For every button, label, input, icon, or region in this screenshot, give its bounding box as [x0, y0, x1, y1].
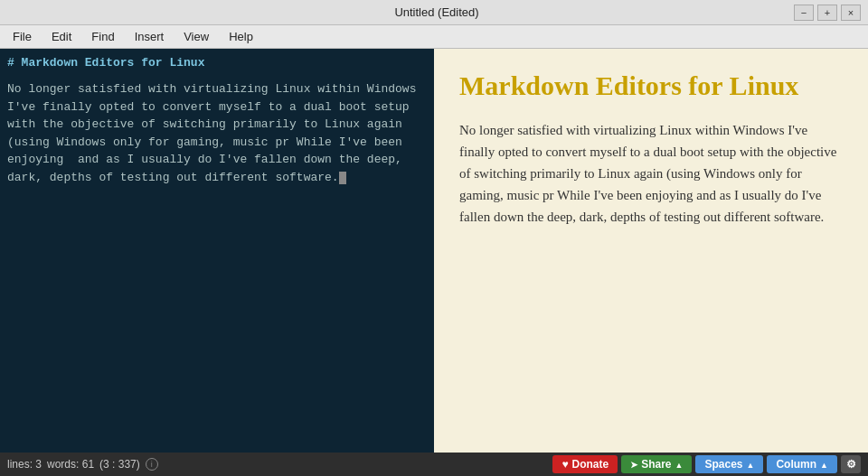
spaces-label: Spaces — [704, 458, 742, 471]
menu-help[interactable]: Help — [220, 28, 262, 45]
share-arrow-icon: ➤ — [630, 460, 637, 470]
window-controls: − + × — [794, 5, 861, 21]
settings-button[interactable]: ⚙ — [841, 455, 861, 473]
preview-heading: Markdown Editors for Linux — [459, 70, 843, 101]
main-content: # Markdown Editors for Linux No longer s… — [0, 49, 868, 453]
share-up-icon — [675, 458, 684, 471]
editor-heading-line: # Markdown Editors for Linux — [7, 56, 427, 70]
menu-insert[interactable]: Insert — [126, 28, 174, 45]
spaces-button[interactable]: Spaces — [695, 455, 763, 473]
close-button[interactable]: × — [841, 5, 861, 21]
minimize-button[interactable]: − — [794, 5, 814, 21]
spaces-up-icon — [746, 458, 754, 471]
column-button[interactable]: Column — [767, 455, 837, 473]
preview-body: No longer satisfied with virtualizing Li… — [459, 119, 843, 228]
window-title: Untitled (Edited) — [80, 5, 794, 19]
status-buttons: ♥ Donate ➤ Share Spaces Column ⚙ — [552, 455, 861, 473]
status-bar: lines: 3 words: 61 (3 : 337) i ♥ Donate … — [0, 453, 868, 476]
share-label: Share — [641, 458, 671, 471]
maximize-button[interactable]: + — [817, 5, 837, 21]
title-bar: Untitled (Edited) − + × — [0, 0, 868, 25]
text-cursor — [339, 172, 346, 184]
gear-icon: ⚙ — [846, 458, 856, 471]
share-button[interactable]: ➤ Share — [621, 455, 692, 473]
column-label: Column — [776, 458, 816, 471]
status-info: lines: 3 words: 61 (3 : 337) i — [7, 458, 545, 471]
donate-button[interactable]: ♥ Donate — [552, 455, 618, 473]
status-position: (3 : 337) — [99, 458, 140, 471]
status-lines: lines: 3 — [7, 458, 42, 471]
editor-body[interactable]: No longer satisfied with virtualizing Li… — [7, 80, 427, 186]
menu-bar: File Edit Find Insert View Help — [0, 25, 868, 49]
info-icon[interactable]: i — [146, 458, 158, 471]
editor-pane[interactable]: # Markdown Editors for Linux No longer s… — [0, 49, 434, 453]
menu-edit[interactable]: Edit — [42, 28, 80, 45]
donate-label: Donate — [572, 458, 609, 471]
menu-find[interactable]: Find — [82, 28, 123, 45]
preview-pane: Markdown Editors for Linux No longer sat… — [434, 49, 868, 453]
heart-icon: ♥ — [561, 458, 568, 471]
column-up-icon — [820, 458, 828, 471]
menu-view[interactable]: View — [175, 28, 218, 45]
menu-file[interactable]: File — [4, 28, 41, 45]
status-words: words: 61 — [47, 458, 94, 471]
